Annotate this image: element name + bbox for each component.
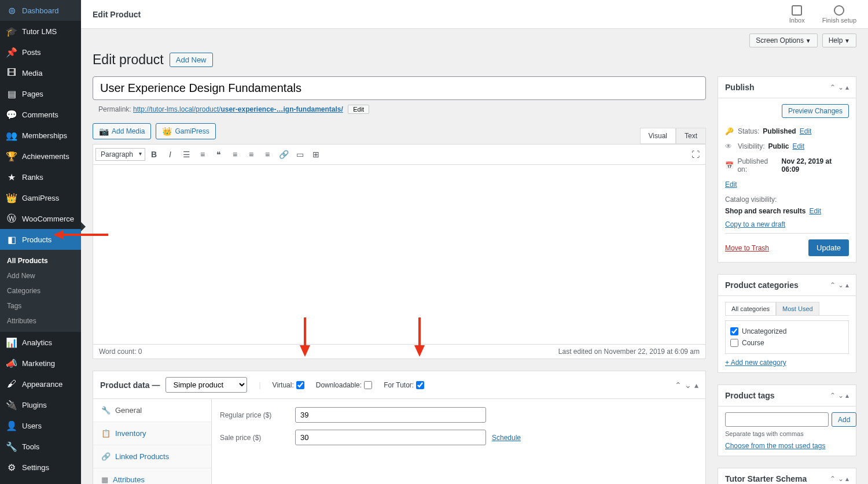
publish-box: Publish ⌃ ⌄ ▴ Preview Changes 🔑Status: P… <box>718 76 856 263</box>
add-new-button[interactable]: Add New <box>170 53 213 67</box>
sidebar-item-analytics[interactable]: 📊Analytics <box>0 332 81 353</box>
edit-date-link[interactable]: Edit <box>725 180 737 189</box>
panel-down-icon[interactable]: ⌄ <box>685 380 692 390</box>
toolbar-toggle-button[interactable]: ⊞ <box>308 147 323 162</box>
box-toggle[interactable]: ⌃ ⌄ ▴ <box>830 281 849 289</box>
sidebar-item-posts[interactable]: 📌Posts <box>0 42 81 62</box>
edit-status-link[interactable]: Edit <box>800 127 812 135</box>
sidebar-item-comments[interactable]: 💬Comments <box>0 104 81 125</box>
tab-most-used[interactable]: Most Used <box>776 302 819 315</box>
submenu-add-new[interactable]: Add New <box>0 268 81 283</box>
pd-tab-attributes[interactable]: ▦Attributes <box>93 468 211 484</box>
permalink-edit-button[interactable]: Edit <box>348 105 369 114</box>
update-button[interactable]: Update <box>808 239 849 256</box>
sidebar-item-dashboard[interactable]: ⊚Dashboard <box>0 0 81 21</box>
submenu-tags[interactable]: Tags <box>0 298 81 313</box>
align-center-button[interactable]: ≡ <box>244 147 259 162</box>
copy-draft-link[interactable]: Copy to a new draft <box>725 220 849 228</box>
page-icon: ▤ <box>6 88 17 99</box>
category-uncategorized[interactable]: Uncategorized <box>730 326 844 337</box>
sidebar-item-users[interactable]: 👤Users <box>0 415 81 436</box>
edit-catalog-link[interactable]: Edit <box>809 207 821 215</box>
downloadable-option[interactable]: Downloadable: <box>316 381 372 389</box>
crown-icon: 👑 <box>6 192 17 204</box>
setup-label: Finish setup <box>822 17 856 24</box>
inbox-button[interactable]: Inbox <box>789 5 805 24</box>
sidebar-item-mc4wp[interactable]: ◎MC4WP <box>0 478 81 484</box>
schedule-link[interactable]: Schedule <box>492 434 521 442</box>
star-icon: ★ <box>6 171 17 183</box>
sidebar-item-pages[interactable]: ▤Pages <box>0 83 81 104</box>
number-list-button[interactable]: ≡ <box>195 147 210 162</box>
sale-price-input[interactable] <box>295 430 486 445</box>
tab-text[interactable]: Text <box>676 128 706 143</box>
add-new-category-link[interactable]: + Add new category <box>725 359 849 367</box>
regular-price-input[interactable] <box>295 407 486 423</box>
sidebar-item-gamipress[interactable]: 👑GamiPress <box>0 187 81 208</box>
sidebar-item-media[interactable]: 🎞Media <box>0 62 81 83</box>
cat-checkbox[interactable] <box>730 327 738 335</box>
bold-button[interactable]: B <box>146 147 161 162</box>
sidebar-item-achievements[interactable]: 🏆Achievements <box>0 146 81 167</box>
sidebar-item-tutor-lms[interactable]: 🎓Tutor LMS <box>0 21 81 42</box>
edit-visibility-link[interactable]: Edit <box>792 142 804 150</box>
sidebar-item-appearance[interactable]: 🖌Appearance <box>0 374 81 394</box>
link-button[interactable]: 🔗 <box>276 147 291 162</box>
readmore-button[interactable]: ▭ <box>292 147 307 162</box>
tutor-icon: 🎓 <box>6 25 17 37</box>
italic-button[interactable]: I <box>163 147 178 162</box>
box-toggle[interactable]: ⌃ ⌄ ▴ <box>830 83 849 91</box>
quote-button[interactable]: ❝ <box>211 147 226 162</box>
tag-input[interactable] <box>725 412 829 427</box>
pd-tab-inventory[interactable]: 📋Inventory <box>93 422 211 445</box>
box-toggle[interactable]: ⌃ ⌄ ▴ <box>830 475 849 483</box>
pd-tab-linked[interactable]: 🔗Linked Products <box>93 445 211 468</box>
panel-collapse-icon[interactable]: ▴ <box>694 380 698 390</box>
choose-tags-link[interactable]: Choose from the most used tags <box>725 442 849 450</box>
preview-button[interactable]: Preview Changes <box>782 104 849 118</box>
tab-all-categories[interactable]: All categories <box>725 302 776 315</box>
tab-visual[interactable]: Visual <box>640 128 676 143</box>
move-trash-link[interactable]: Move to Trash <box>725 244 769 252</box>
screen-options-button[interactable]: Screen Options <box>749 34 817 47</box>
submenu-all-products[interactable]: All Products <box>0 253 81 268</box>
submenu-categories[interactable]: Categories <box>0 283 81 298</box>
sidebar-item-ranks[interactable]: ★Ranks <box>0 167 81 187</box>
permalink-label: Permalink: <box>98 105 131 113</box>
for-tutor-option[interactable]: For Tutor: <box>384 381 424 389</box>
align-left-button[interactable]: ≡ <box>227 147 242 162</box>
for-tutor-checkbox[interactable] <box>416 381 424 389</box>
category-course[interactable]: Course <box>730 337 844 349</box>
gamipress-button[interactable]: 👑GamiPress <box>156 123 215 139</box>
help-button[interactable]: Help <box>822 34 856 47</box>
finish-setup-button[interactable]: Finish setup <box>822 5 856 24</box>
format-select[interactable]: Paragraph <box>95 148 145 161</box>
fullscreen-button[interactable]: ⛶ <box>688 147 703 162</box>
product-title-input[interactable] <box>93 76 706 100</box>
cat-checkbox[interactable] <box>730 339 738 347</box>
sidebar-item-settings[interactable]: ⚙Settings <box>0 457 81 478</box>
downloadable-checkbox[interactable] <box>364 381 372 389</box>
sidebar-item-tools[interactable]: 🔧Tools <box>0 436 81 457</box>
sidebar-item-marketing[interactable]: 📣Marketing <box>0 353 81 374</box>
panel-up-icon[interactable]: ⌃ <box>675 380 682 390</box>
box-toggle[interactable]: ⌃ ⌄ ▴ <box>830 391 849 400</box>
annotation-arrow-left <box>53 230 108 239</box>
sidebar-item-plugins[interactable]: 🔌Plugins <box>0 394 81 415</box>
editor-tabs: Visual Text <box>640 128 706 144</box>
editor-content-area[interactable] <box>93 165 705 344</box>
tag-add-button[interactable]: Add <box>832 412 856 427</box>
sidebar-item-memberships[interactable]: 👥Memberships <box>0 125 81 146</box>
virtual-checkbox[interactable] <box>296 381 304 389</box>
inbox-label: Inbox <box>789 17 805 24</box>
sidebar-item-woocommerce[interactable]: ⓌWooCommerce <box>0 208 81 229</box>
pd-tab-general[interactable]: 🔧General <box>93 399 211 422</box>
align-right-button[interactable]: ≡ <box>260 147 275 162</box>
bullet-list-button[interactable]: ☰ <box>179 147 194 162</box>
virtual-option[interactable]: Virtual: <box>273 381 304 389</box>
permalink-link[interactable]: http://tutor-lms.local/product/user-expe… <box>133 105 343 113</box>
product-data-panel: Product data — Simple product | Virtual:… <box>93 371 706 484</box>
submenu-attributes[interactable]: Attributes <box>0 313 81 328</box>
add-media-button[interactable]: 📷Add Media <box>93 123 151 139</box>
product-type-select[interactable]: Simple product <box>165 377 247 393</box>
